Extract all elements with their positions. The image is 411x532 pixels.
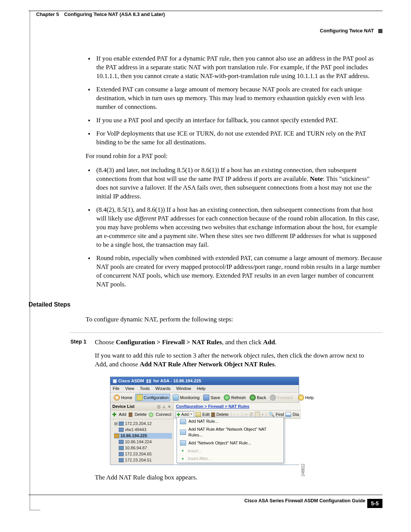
device-item-selected[interactable]: 10.86.194.225: [114, 433, 172, 439]
round-robin-intro: For round robin for a PAT pool:: [86, 152, 382, 161]
nat-edit-button[interactable]: Edit: [202, 412, 210, 417]
detailed-steps-intro: To configure dynamic NAT, perform the fo…: [86, 315, 382, 324]
save-icon: [203, 395, 209, 401]
device-item[interactable]: 10.86.94.87: [114, 445, 172, 451]
plus-icon: ✚: [177, 412, 180, 417]
chapter-title: Configuring Twice NAT (ASA 8.3 and Later…: [64, 11, 165, 17]
configuration-button[interactable]: Configuration: [135, 394, 170, 401]
help-button[interactable]: Help: [297, 394, 315, 401]
help-icon: [298, 395, 304, 401]
nat-delete-button[interactable]: Delete: [217, 412, 229, 417]
device-delete-button[interactable]: Delete: [135, 412, 147, 417]
rule-icon: [180, 430, 186, 435]
plus-icon: ✚: [112, 411, 116, 418]
list-item: (8.4(3) and later, not including 8.5(1) …: [86, 166, 382, 201]
copy-icon[interactable]: 🗐: [249, 412, 253, 417]
menu-item-insert: +Insert...: [177, 447, 284, 455]
list-item: (8.4(2), 8.5(1), and 8.6(1)) If a host h…: [86, 206, 382, 249]
bullet-list-rr: (8.4(3) and later, not including 8.5(1) …: [86, 166, 382, 289]
monitoring-button[interactable]: Monitoring: [172, 394, 201, 401]
menu-item-add-nat-rule[interactable]: Add NAT Rule...: [177, 417, 284, 425]
asdm-screenshot: ▣ Cisco ASDM ▮▮ for ASA - 10.86.194.225 …: [110, 377, 299, 465]
home-button[interactable]: Home: [113, 394, 133, 401]
device-list-header: Device List ◫ ⊥ ✕: [110, 403, 173, 411]
device-connect-button[interactable]: Connect: [156, 412, 171, 417]
close-icon[interactable]: ✕: [167, 404, 171, 407]
device-item[interactable]: ⊟172.23.204.12: [114, 421, 172, 427]
plus-icon: +: [180, 457, 185, 461]
back-icon: [250, 395, 256, 401]
image-id-label: 248812: [301, 464, 306, 476]
menu-window[interactable]: Window: [176, 386, 191, 391]
list-item: If you use a PAT pool and specify an int…: [86, 116, 382, 125]
list-item: Round robin, especially when combined wi…: [86, 254, 382, 289]
detailed-steps-heading: Detailed Steps: [29, 300, 382, 309]
list-item: For VoIP deployments that use ICE or TUR…: [86, 129, 382, 147]
paste-icon[interactable]: [255, 412, 260, 417]
device-item[interactable]: 172.23.204.51: [114, 457, 172, 463]
page-number: 5-5: [367, 499, 382, 508]
rule-icon: [180, 440, 186, 446]
step1-line2: If you want to add this rule to section …: [95, 351, 369, 369]
menu-help[interactable]: Help: [197, 386, 206, 391]
cut-icon[interactable]: ✂: [244, 412, 248, 417]
chapter-header: Chapter 5 Configuring Twice NAT (ASA 8.3…: [36, 11, 382, 17]
menu-view[interactable]: View: [125, 386, 134, 391]
step1-line1: Choose Configuration > Firewall > NAT Ru…: [95, 338, 369, 347]
monitor-icon: [173, 395, 179, 401]
trash-icon: [211, 412, 215, 417]
host-icon: [119, 440, 124, 444]
menu-wizards[interactable]: Wizards: [155, 386, 170, 391]
host-icon: [119, 458, 124, 462]
refresh-button[interactable]: Refresh: [223, 394, 247, 401]
device-item[interactable]: vfw1:49443: [114, 427, 172, 433]
diagram-icon[interactable]: [285, 412, 291, 417]
edit-icon: [196, 412, 201, 417]
asdm-logo-icon: ▣: [113, 379, 117, 383]
device-list-toolbar: ✚Add Delete Connect: [110, 411, 173, 419]
home-icon: [114, 395, 120, 401]
section-marker-icon: [378, 29, 382, 33]
nat-find-button[interactable]: Find: [276, 412, 284, 417]
move-up-icon[interactable]: ↑: [234, 412, 236, 417]
back-button[interactable]: Back: [249, 394, 267, 401]
connect-icon: [149, 412, 153, 417]
save-button[interactable]: Save: [202, 394, 221, 401]
config-icon: [137, 395, 143, 401]
device-item[interactable]: 172.23.204.65: [114, 451, 172, 457]
trash-icon: [129, 412, 132, 417]
section-title: Configuring Twice NAT: [320, 28, 374, 34]
host-icon: [119, 422, 124, 426]
breadcrumb[interactable]: Configuration > Firewall > NAT Rules: [174, 403, 301, 411]
footer-guide-title: Cisco ASA Series Firewall ASDM Configura…: [244, 498, 365, 503]
host-icon: [119, 452, 124, 456]
forward-button[interactable]: Forward: [269, 394, 293, 401]
host-icon: [114, 434, 119, 438]
menu-file[interactable]: File: [113, 386, 119, 391]
menu-item-add-netobject-rule[interactable]: Add "Network Object" NAT Rule...: [177, 439, 284, 447]
device-list-panel: Device List ◫ ⊥ ✕ ✚Add Delete Conn: [110, 403, 174, 464]
main-toolbar: Home Configuration Monitoring Save Refre…: [110, 393, 299, 403]
menu-bar: File View Tools Wizards Window Help: [110, 385, 299, 393]
step-1: Step 1 Choose Configuration > Firewall >…: [70, 332, 382, 487]
device-item[interactable]: 10.86.194.224: [114, 439, 172, 445]
section-header: Configuring Twice NAT: [29, 28, 382, 34]
nat-rules-panel: Configuration > Firewall > NAT Rules ✚ A…: [174, 403, 301, 464]
device-add-button[interactable]: Add: [119, 412, 126, 417]
step-label: Step 1: [70, 338, 93, 345]
step1-after-image: The Add NAT Rule dialog box appears.: [95, 473, 369, 482]
find-icon: 🔍: [269, 411, 274, 417]
pin-icon[interactable]: ⊥: [162, 404, 166, 407]
host-icon: [119, 446, 124, 450]
chevron-down-icon[interactable]: ▾: [190, 412, 193, 417]
add-dropdown-menu: Add NAT Rule... Add NAT Rule After "Netw…: [177, 417, 284, 463]
menu-item-insert-after: +Insert After...: [177, 455, 284, 463]
bullet-list-1: If you enable extended PAT for a dynamic…: [86, 54, 382, 147]
menu-item-add-after-netobject[interactable]: Add NAT Rule After "Network Object" NAT …: [177, 425, 284, 439]
device-tree: ⊟172.23.204.12 vfw1:49443 10.86.194.225 …: [110, 419, 173, 465]
undock-icon[interactable]: ◫: [157, 404, 161, 407]
move-down-icon[interactable]: ↓: [237, 412, 239, 417]
plus-icon: +: [180, 449, 185, 453]
menu-tools[interactable]: Tools: [140, 386, 150, 391]
refresh-icon: [224, 395, 230, 401]
